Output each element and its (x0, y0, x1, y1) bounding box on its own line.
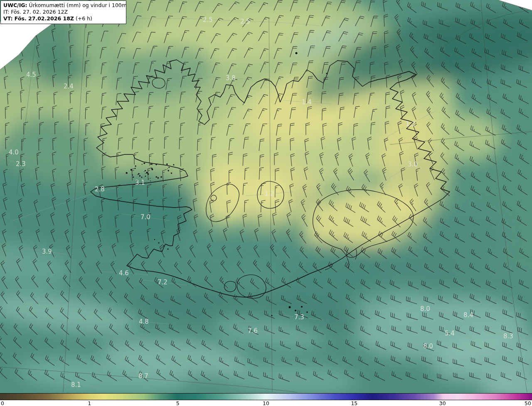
colorbar-tick-label: 1 (88, 400, 91, 406)
contour-label: 7.3 (294, 313, 304, 321)
islet (138, 174, 138, 175)
contour-label: 2.5 (240, 18, 250, 25)
contour-label: 7.0 (140, 213, 150, 221)
legend-valid-time: VT: Fös. 27.02.2026 18Z (3, 15, 74, 22)
islet (150, 178, 150, 179)
contour-label: 4.8 (139, 318, 149, 325)
islet (150, 164, 152, 165)
islet (158, 242, 160, 244)
contour-label: 2.8 (95, 186, 105, 193)
contour-label: 4.5 (26, 71, 36, 78)
islet (141, 177, 143, 178)
contour-label: 3.1 (135, 179, 145, 186)
islet (271, 315, 273, 316)
contour-label: 8.0 (423, 342, 433, 350)
islet (152, 164, 153, 164)
map-canvas: 2.52.54.52.43.84.02.33.12.81.27.01.23.01… (0, 0, 532, 393)
islet (146, 172, 148, 174)
contour-label: 2.5 (203, 16, 213, 24)
islet (145, 170, 146, 171)
contour-label: 5.4 (445, 330, 455, 337)
contour-label: 3.9 (42, 248, 52, 255)
colorbar-tick-label: 5 (176, 400, 180, 406)
contour-label: 8.0 (420, 305, 430, 313)
legend-valid-time-row: VT: Fös. 27.02.2026 18Z (+6 h) (3, 15, 123, 22)
contour-label: 4.0 (9, 149, 19, 156)
islet (167, 249, 169, 250)
islet (326, 73, 328, 74)
legend-box: UWC/IG: Úrkomumætti (mm) og vindur i 100… (0, 0, 126, 24)
precip-blob (34, 49, 89, 86)
colorbar-tick-label: 10 (263, 400, 269, 406)
contour-label: 1.4 (302, 98, 312, 106)
legend-init-time: IT: Fös. 27. 02. 2026 12Z (3, 9, 123, 15)
islet (145, 173, 146, 174)
islet (166, 164, 168, 165)
islet (135, 165, 136, 166)
colorbar-tick-label: 30 (439, 400, 446, 406)
islet (156, 176, 157, 177)
colorbar-tick-labels: 01510153050 (0, 400, 532, 406)
islet (295, 310, 296, 311)
islet (306, 311, 308, 313)
islet (296, 52, 298, 54)
islet (168, 167, 170, 168)
colorbar-tick-label: 0 (1, 400, 4, 406)
islet (160, 176, 162, 178)
contour-label: 2.4 (64, 83, 74, 90)
islet (173, 164, 174, 165)
contour-label: 8.7 (138, 372, 148, 380)
contour-label: 1.2 (406, 120, 416, 128)
islet (154, 239, 155, 240)
islet (152, 164, 153, 165)
islet (144, 171, 144, 172)
islet (143, 163, 145, 164)
contour-label: 3.8 (226, 74, 236, 82)
weather-map-screenshot: 2.52.54.52.43.84.02.33.12.81.27.01.23.01… (0, 0, 532, 406)
islet (167, 170, 169, 171)
legend-title-text: Úrkomumætti (mm) og vindur i 100m hæð (27, 2, 126, 8)
islet (289, 306, 291, 308)
contour-label: 2.3 (16, 160, 26, 168)
islet (133, 176, 134, 178)
contour-label: 8.3 (503, 333, 513, 340)
colorbar (0, 393, 532, 400)
islet (155, 164, 157, 165)
contour-label: 8.4 (463, 311, 473, 319)
islet (167, 168, 168, 169)
contour-label: 3.0 (408, 161, 418, 168)
islet (301, 306, 303, 308)
legend-lead-time: (+6 h) (74, 15, 92, 22)
contour-label: 7.2 (158, 279, 167, 286)
islet (126, 172, 128, 174)
islet (139, 175, 141, 177)
islet (158, 177, 159, 179)
contour-label: 4.6 (119, 269, 129, 277)
legend-title-row: UWC/IG: Úrkomumætti (mm) og vindur i 100… (3, 2, 123, 9)
contour-label: 7.6 (248, 327, 258, 335)
islet (145, 176, 146, 177)
colorbar-tick-label: 15 (351, 400, 357, 406)
contour-label: 8.1 (71, 381, 81, 389)
legend-model-id: UWC/IG: (3, 2, 27, 8)
colorbar-tick-label: 50 (525, 400, 531, 406)
islet (150, 181, 151, 181)
islet (138, 173, 139, 174)
islet (142, 164, 143, 165)
islet (171, 172, 172, 174)
contour-label: 1.2 (264, 190, 274, 198)
